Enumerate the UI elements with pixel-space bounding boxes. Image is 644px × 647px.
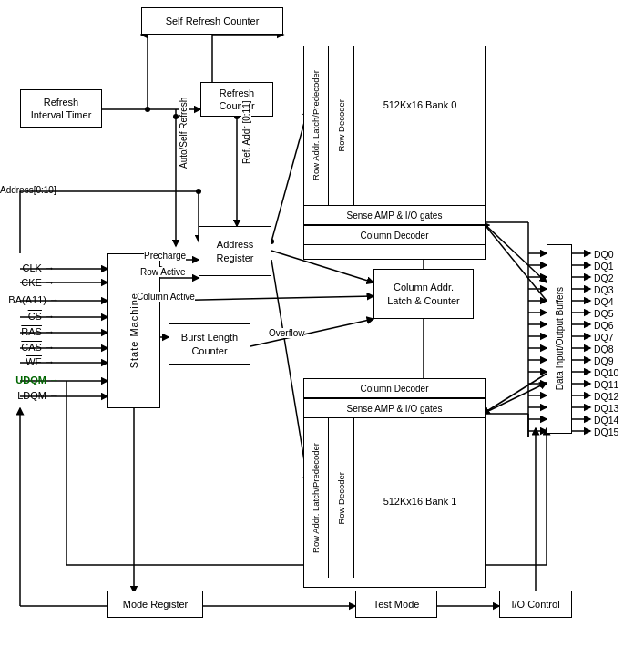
cas-label: CAS → <box>0 342 55 353</box>
refresh-counter-box: Refresh Counter <box>200 82 273 117</box>
dq15-label: DQ15 <box>594 426 618 437</box>
dq11-label: DQ11 <box>594 379 618 390</box>
diagram: Self Refresh Counter Refresh Interval Ti… <box>0 0 644 647</box>
test-mode-box: Test Mode <box>355 591 437 618</box>
sense-amp-bank1-box: Sense AMP & I/O gates <box>303 398 486 418</box>
dq14-label: DQ14 <box>594 415 618 426</box>
self-refresh-counter-box: Self Refresh Counter <box>141 7 283 35</box>
data-io-buffers-label: Data Input/Output Buffers <box>554 287 566 390</box>
refresh-interval-timer-label: Refresh Interval Timer <box>31 96 92 122</box>
bank0-content: 512Kx16 Bank 0 <box>354 50 486 159</box>
svg-line-37 <box>483 222 547 282</box>
sense-amp-bank0-box: Sense AMP & I/O gates <box>303 205 486 225</box>
ldqm-label: LDQM → <box>0 390 59 401</box>
row-latch-predecoder-bank1: Row Addr. Latch/Predecoder <box>303 418 329 578</box>
column-active-label: Column Active <box>137 292 195 302</box>
dq2-label: DQ2 <box>594 272 614 283</box>
auto-self-refresh-label: Auto/Self Refresh <box>179 98 189 169</box>
dq0-label: DQ0 <box>594 249 614 260</box>
overflow-label: Overflow <box>269 328 304 338</box>
column-addr-latch-box: Column Addr. Latch & Counter <box>373 269 474 319</box>
dq12-label: DQ12 <box>594 391 618 402</box>
mode-register-box: Mode Register <box>107 591 203 618</box>
row-latch-predecoder-bank0: Row Addr. Latch/Predecoder <box>303 46 329 205</box>
address-register-label: Address Register <box>217 238 254 264</box>
svg-line-32 <box>271 260 308 483</box>
self-refresh-counter-label: Self Refresh Counter <box>166 15 260 27</box>
io-control-label: I/O Control <box>511 598 559 611</box>
row-decoder-bank1-label: Row Decoder <box>336 472 346 525</box>
dq13-label: DQ13 <box>594 403 618 414</box>
svg-line-39 <box>483 383 547 414</box>
burst-length-counter-label: Burst Length Counter <box>181 331 238 357</box>
row-latch-predecoder-bank0-label: Row Addr. Latch/Predecoder <box>311 70 321 180</box>
address-label: Address[0:10] <box>0 185 82 195</box>
row-decoder-bank0-label: Row Decoder <box>336 99 346 152</box>
dq8-label: DQ8 <box>594 344 614 354</box>
ras-label: RAS → <box>0 326 55 337</box>
io-control-box: I/O Control <box>499 591 572 618</box>
cs-label: CS → <box>0 311 55 322</box>
burst-length-counter-box: Burst Length Counter <box>169 324 250 365</box>
column-decoder-bank0-box: Column Decoder <box>303 225 486 245</box>
ref-addr-label: Ref. Addr [0:11] <box>241 101 251 165</box>
row-latch-predecoder-bank1-label: Row Addr. Latch/Predecoder <box>311 443 321 553</box>
dq6-label: DQ6 <box>594 320 614 331</box>
column-decoder-bank0-label: Column Decoder <box>360 230 428 241</box>
clk-label: CLK → <box>0 262 55 273</box>
dq10-label: DQ10 <box>594 367 618 378</box>
bank1-label: 512Kx16 Bank 1 <box>383 494 457 509</box>
dq4-label: DQ4 <box>594 296 614 307</box>
svg-line-29 <box>271 109 308 241</box>
mode-register-label: Mode Register <box>123 598 189 611</box>
dq5-label: DQ5 <box>594 308 614 319</box>
address-register-box: Address Register <box>199 226 271 276</box>
ba-label: BA(A11) → <box>0 294 59 305</box>
precharge-label: Precharge <box>144 251 186 261</box>
svg-point-15 <box>196 189 201 194</box>
dq3-label: DQ3 <box>594 284 614 295</box>
data-io-buffers-box: Data Input/Output Buffers <box>547 244 572 434</box>
bank0-label: 512Kx16 Bank 0 <box>383 98 457 113</box>
dq9-label: DQ9 <box>594 355 614 366</box>
we-label: WE → <box>0 356 55 367</box>
bank1-content: 512Kx16 Bank 1 <box>354 447 486 556</box>
dq1-label: DQ1 <box>594 261 614 272</box>
dq7-label: DQ7 <box>594 332 614 343</box>
sense-amp-bank0-label: Sense AMP & I/O gates <box>347 210 443 221</box>
udqm-label: UDQM → <box>0 375 59 385</box>
sense-amp-bank1-label: Sense AMP & I/O gates <box>347 403 443 415</box>
refresh-interval-timer-box: Refresh Interval Timer <box>20 89 102 128</box>
column-decoder-bank1-label: Column Decoder <box>360 383 428 395</box>
state-machine-label: State Machine <box>128 293 140 368</box>
column-decoder-bank1-box: Column Decoder <box>303 378 486 398</box>
cke-label: CKE → <box>0 277 55 288</box>
column-addr-latch-label: Column Addr. Latch & Counter <box>387 281 460 307</box>
row-decoder-bank1: Row Decoder <box>329 418 354 578</box>
test-mode-label: Test Mode <box>373 598 420 611</box>
row-active-label: Row Active <box>140 267 185 277</box>
row-decoder-bank0: Row Decoder <box>329 46 354 205</box>
